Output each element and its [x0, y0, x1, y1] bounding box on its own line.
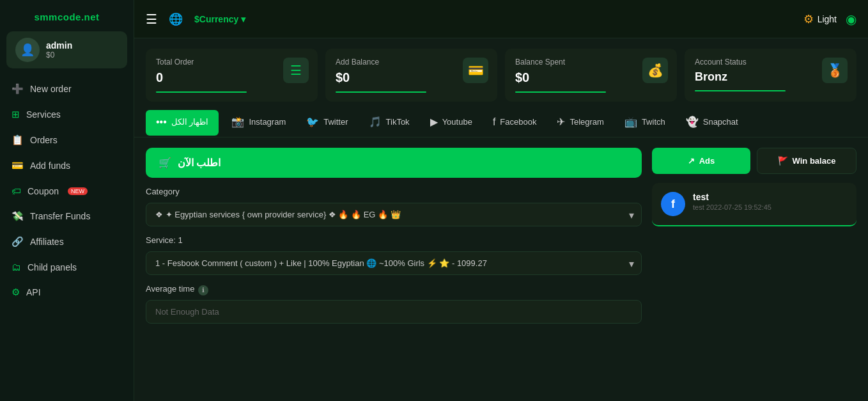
category-label: Category — [146, 187, 642, 196]
instagram-icon: 📸 — [231, 116, 244, 128]
user-name: admin — [46, 40, 72, 51]
tab-label: Facebook — [500, 117, 536, 127]
badge-new: NEW — [68, 187, 88, 195]
currency-arrow: ▾ — [241, 14, 245, 24]
sidebar-item-label: Services — [26, 109, 61, 120]
stat-bar — [695, 90, 786, 91]
tab-label: اظهار الكل — [171, 117, 209, 127]
tiktok-icon: 🎵 — [369, 116, 382, 128]
affiliates-icon: 🔗 — [12, 236, 24, 248]
tab-twitch[interactable]: 📺Twitch — [614, 108, 676, 137]
tab-telegram[interactable]: ✈Telegram — [546, 108, 614, 137]
service-label: Service: 1 — [146, 235, 642, 245]
win-balance-button[interactable]: 🚩 Win balace — [757, 148, 856, 174]
cart-icon: 🛒 — [159, 157, 171, 169]
globe-icon[interactable]: 🌐 — [169, 12, 183, 26]
transfer-funds-icon: 💸 — [12, 210, 24, 222]
tab-instagram[interactable]: 📸Instagram — [221, 108, 296, 137]
sidebar-item-label: Coupon — [27, 186, 59, 196]
info-icon[interactable]: ℹ — [198, 285, 208, 295]
user-balance: $0 — [46, 51, 72, 59]
ads-icon: ↗ — [688, 156, 695, 166]
telegram-icon: ✈ — [557, 116, 565, 128]
sidebar-item-label: API — [26, 287, 41, 297]
settings-circle-icon[interactable]: ◉ — [846, 12, 856, 27]
tab-label: Snapchat — [703, 117, 738, 127]
services-icon: ⊞ — [12, 109, 20, 120]
coupon-icon: 🏷 — [12, 185, 21, 196]
tab-label: Twitch — [642, 117, 665, 127]
win-label: Win balace — [793, 156, 836, 166]
twitch-icon: 📺 — [624, 116, 637, 128]
youtube-icon: ▶ — [430, 116, 438, 128]
tab-show-all[interactable]: •••اظهار الكل — [146, 110, 219, 136]
stat-icon: 💰 — [642, 58, 668, 83]
sidebar-item-label: Affiliates — [30, 237, 64, 247]
stat-bar — [156, 91, 247, 93]
sidebar-item-label: Transfer Funds — [30, 211, 90, 221]
tab-label: Twitter — [323, 117, 348, 127]
stat-icon: ☰ — [283, 58, 309, 83]
service-select[interactable]: 1 - Fesbook Comment ( custom ) + Like | … — [146, 251, 642, 275]
sidebar-item-orders[interactable]: 📋 Orders — [0, 127, 134, 153]
light-label: Light — [818, 14, 837, 24]
twitter-icon: 🐦 — [306, 116, 319, 128]
tab-youtube[interactable]: ▶Youtube — [420, 108, 483, 137]
sidebar-item-add-funds[interactable]: 💳 Add funds — [0, 153, 134, 178]
tab-label: Telegram — [570, 117, 603, 127]
child-panels-icon: 🗂 — [12, 262, 21, 272]
sidebar-item-affiliates[interactable]: 🔗 Affiliates — [0, 229, 134, 255]
notification-title: test — [693, 192, 771, 202]
orders-icon: 📋 — [12, 134, 24, 146]
currency-label: $Currency — [194, 14, 238, 24]
sidebar-item-label: Child panels — [27, 262, 77, 272]
snapchat-icon: 👻 — [686, 116, 699, 128]
sun-icon: ⚙ — [803, 12, 814, 26]
avg-time-input[interactable] — [146, 300, 642, 324]
sidebar-item-label: Add funds — [30, 161, 70, 171]
nav-list: ➕ New order ⊞ Services 📋 Orders 💳 Add fu… — [0, 76, 134, 305]
stat-card-total-order: Total Order 0 ☰ — [146, 49, 318, 102]
header-right: ⚙ Light ◉ — [803, 12, 856, 27]
notification-card: f test test 2022-07-25 19:52:45 — [652, 183, 856, 226]
sidebar-item-transfer-funds[interactable]: 💸 Transfer Funds — [0, 203, 134, 229]
facebook-icon: f — [493, 116, 495, 128]
avg-time-field: Average time ℹ — [146, 284, 642, 324]
stats-row: Total Order 0 ☰ Add Balance $0 💳 Balance… — [134, 38, 868, 108]
tab-label: Instagram — [249, 117, 286, 127]
sidebar-item-coupon[interactable]: 🏷 Coupon NEW — [0, 178, 134, 203]
category-field: Category ❖ ✦ Egyptian services { own pro… — [146, 187, 642, 226]
sidebar-item-new-order[interactable]: ➕ New order — [0, 76, 134, 102]
tab-tiktok[interactable]: 🎵TikTok — [359, 108, 420, 137]
sidebar-item-child-panels[interactable]: 🗂 Child panels — [0, 255, 134, 279]
content-area: 🛒 اطلب الآن Category ❖ ✦ Egyptian servic… — [134, 138, 868, 401]
tab-twitter[interactable]: 🐦Twitter — [296, 108, 358, 137]
sidebar-item-services[interactable]: ⊞ Services — [0, 102, 134, 127]
user-card: 👤 admin $0 — [6, 31, 127, 68]
right-buttons: ↗ Ads 🚩 Win balace — [652, 148, 856, 174]
category-select[interactable]: ❖ ✦ Egyptian services { own provider ser… — [146, 203, 642, 226]
stat-bar — [515, 91, 606, 93]
notification-date: test 2022-07-25 19:52:45 — [693, 203, 771, 211]
left-panel: 🛒 اطلب الآن Category ❖ ✦ Egyptian servic… — [146, 148, 642, 391]
order-now-button[interactable]: 🛒 اطلب الآن — [146, 148, 642, 178]
tab-facebook[interactable]: fFacebook — [483, 109, 547, 137]
header: ☰ 🌐 $Currency ▾ ⚙ Light ◉ — [134, 0, 868, 38]
main-content: ☰ 🌐 $Currency ▾ ⚙ Light ◉ Total Order 0 … — [134, 0, 868, 401]
service-tabs: •••اظهار الكل📸Instagram🐦Twitter🎵TikTok▶Y… — [134, 108, 868, 138]
stat-card-add-balance: Add Balance $0 💳 — [325, 49, 497, 102]
currency-selector[interactable]: $Currency ▾ — [194, 14, 245, 24]
light-mode-toggle[interactable]: ⚙ Light — [803, 12, 837, 26]
stat-card-account-status: Account Status Bronz 🥉 — [685, 49, 856, 102]
sidebar-item-api[interactable]: ⚙ API — [0, 279, 134, 305]
ads-label: Ads — [699, 156, 715, 166]
menu-icon[interactable]: ☰ — [146, 12, 157, 27]
sidebar: smmcode.net 👤 admin $0 ➕ New order ⊞ Ser… — [0, 0, 134, 401]
ads-button[interactable]: ↗ Ads — [652, 148, 750, 174]
stat-card-balance-spent: Balance Spent $0 💰 — [505, 49, 677, 102]
sidebar-item-label: New order — [30, 84, 72, 94]
order-now-label: اطلب الآن — [178, 157, 221, 169]
tab-snapchat[interactable]: 👻Snapchat — [676, 108, 748, 137]
sidebar-item-label: Orders — [30, 135, 58, 145]
stat-icon: 💳 — [463, 58, 488, 83]
